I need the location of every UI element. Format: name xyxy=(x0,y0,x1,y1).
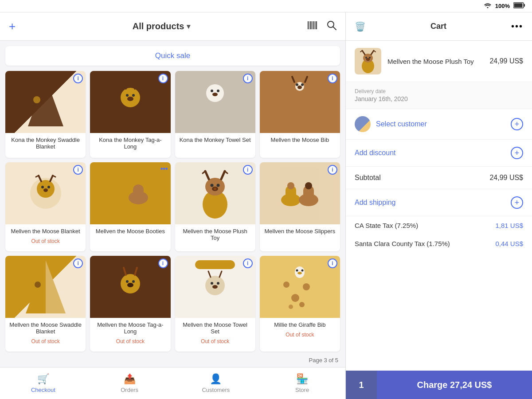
svg-rect-49 xyxy=(133,184,144,199)
svg-point-89 xyxy=(283,282,289,288)
product-name-5: Mellven the Moose Blanket xyxy=(5,224,86,238)
product-name-4: Mellven the Moose Bib xyxy=(260,133,340,147)
product-image-4: i xyxy=(260,71,340,133)
pagination-text: Page 3 of 5 xyxy=(309,357,339,364)
subtotal-row: Subtotal 24,99 US$ xyxy=(346,167,532,189)
product-name-1: Kona the Monkey Swaddle Blanket xyxy=(5,133,86,153)
nav-label-customers: Customers xyxy=(202,387,230,393)
cart-header: 🗑️ Cart ••• xyxy=(346,12,532,41)
add-discount-button[interactable]: + xyxy=(511,147,523,159)
product-info-icon[interactable]: i xyxy=(73,258,83,268)
out-of-stock-label-11: Out of stock xyxy=(175,338,255,347)
svg-point-82 xyxy=(217,282,219,285)
nav-item-orders[interactable]: 📤Orders xyxy=(86,373,173,393)
nav-icon-checkout: 🛒 xyxy=(37,373,49,385)
svg-point-14 xyxy=(33,96,40,103)
add-customer-button[interactable]: + xyxy=(511,118,523,130)
wifi-icon xyxy=(484,2,492,10)
product-card-7[interactable]: iMellven the Moose Plush Toy xyxy=(175,162,255,251)
cart-title: Cart xyxy=(430,22,446,31)
tax-amount-1: 0,44 US$ xyxy=(495,240,523,247)
svg-point-81 xyxy=(211,282,213,285)
product-name-3: Kona the Monkey Towel Set xyxy=(175,133,255,147)
nav-item-checkout[interactable]: 🛒Checkout xyxy=(0,373,86,393)
product-info-icon[interactable]: i xyxy=(158,258,168,268)
svg-rect-79 xyxy=(195,260,235,269)
all-products-dropdown[interactable]: All products ▾ xyxy=(133,21,191,31)
nav-icon-store: 🏪 xyxy=(296,373,308,385)
product-info-icon[interactable]: i xyxy=(328,165,337,175)
product-info-icon[interactable]: i xyxy=(73,165,83,175)
svg-marker-70 xyxy=(46,260,66,313)
product-info-icon[interactable]: i xyxy=(73,74,83,83)
products-grid: iKona the Monkey Swaddle Blanket iKona t… xyxy=(0,71,345,354)
nav-item-store[interactable]: 🏪Store xyxy=(259,373,345,393)
product-image-10: i xyxy=(90,256,170,318)
svg-point-39 xyxy=(47,186,50,188)
add-button[interactable]: + xyxy=(9,20,16,33)
product-image-5: i xyxy=(5,162,86,224)
out-of-stock-label-12: Out of stock xyxy=(260,332,340,340)
product-card-9[interactable]: iMellven the Moose Swaddle BlanketOut of… xyxy=(5,256,86,352)
nav-icon-orders: 📤 xyxy=(124,373,136,385)
add-shipping-button[interactable]: + xyxy=(511,196,523,209)
svg-rect-7 xyxy=(313,21,314,29)
select-customer-row[interactable]: Select customer + xyxy=(346,109,532,140)
svg-point-96 xyxy=(297,272,302,274)
svg-point-26 xyxy=(212,93,218,96)
svg-point-40 xyxy=(43,188,48,192)
svg-rect-1 xyxy=(514,4,523,8)
svg-point-69 xyxy=(35,282,41,288)
svg-point-17 xyxy=(126,94,129,97)
product-info-icon[interactable]: i xyxy=(243,165,253,175)
product-card-11[interactable]: iMellven the Moose Towel SetOut of stock xyxy=(175,256,255,352)
product-more-icon[interactable]: ••• xyxy=(160,165,168,173)
svg-rect-47 xyxy=(117,184,128,199)
charge-section: 1 Charge 27,24 US$ xyxy=(346,371,532,399)
svg-rect-8 xyxy=(315,21,316,29)
product-card-4[interactable]: iMellven the Moose Bib xyxy=(260,71,340,158)
product-card-6[interactable]: •••Mellven the Moose Booties xyxy=(90,162,170,251)
product-card-3[interactable]: iKona the Monkey Towel Set xyxy=(175,71,255,158)
product-info-icon[interactable]: i xyxy=(328,258,337,268)
product-image-7: i xyxy=(175,162,255,224)
product-image-3: i xyxy=(175,71,255,133)
product-info-icon[interactable]: i xyxy=(328,74,337,83)
add-shipping-row[interactable]: Add shipping + xyxy=(346,189,532,216)
search-button[interactable] xyxy=(327,20,336,33)
dropdown-icon: ▾ xyxy=(187,22,190,31)
product-card-12[interactable]: iMillie the Giraffe BibOut of stock xyxy=(260,256,340,352)
cart-delete-button[interactable]: 🗑️ xyxy=(355,21,366,32)
product-card-2[interactable]: iKona the Monkey Tag-a-Long xyxy=(90,71,170,158)
svg-line-33 xyxy=(292,77,294,82)
svg-point-83 xyxy=(212,285,218,289)
svg-line-100 xyxy=(360,51,362,52)
quick-sale-banner[interactable]: Quick sale xyxy=(5,46,340,66)
svg-rect-6 xyxy=(312,21,313,29)
product-card-10[interactable]: iMellven the Moose Tag-a-LongOut of stoc… xyxy=(90,256,170,352)
svg-point-18 xyxy=(132,94,135,97)
barcode-button[interactable] xyxy=(307,21,318,32)
add-discount-row[interactable]: Add discount + xyxy=(346,140,532,167)
product-image-12: i xyxy=(260,256,340,318)
out-of-stock-label-5: Out of stock xyxy=(5,238,86,247)
svg-point-64 xyxy=(287,182,294,189)
svg-rect-2 xyxy=(524,4,525,7)
tax-rows: CA State Tax (7.25%)1,81 US$Santa Clara … xyxy=(346,216,532,253)
quantity-value: 1 xyxy=(359,380,364,390)
svg-point-58 xyxy=(217,184,220,187)
nav-item-customers[interactable]: 👤Customers xyxy=(173,373,259,393)
svg-point-19 xyxy=(127,97,133,101)
tax-amount-0: 1,81 US$ xyxy=(495,222,523,229)
product-info-icon[interactable]: i xyxy=(243,74,253,83)
product-card-8[interactable]: iMellven the Moose Slippers xyxy=(260,162,340,251)
product-info-icon[interactable]: i xyxy=(158,74,168,83)
product-info-icon[interactable]: i xyxy=(243,258,253,268)
cart-more-button[interactable]: ••• xyxy=(511,21,523,31)
charge-button[interactable]: Charge 27,24 US$ xyxy=(377,371,532,399)
product-card-1[interactable]: iKona the Monkey Swaddle Blanket xyxy=(5,71,86,158)
cart-panel: 🗑️ Cart ••• xyxy=(346,12,532,399)
svg-line-34 xyxy=(305,77,307,82)
product-card-5[interactable]: iMellven the Moose BlanketOut of stock xyxy=(5,162,86,251)
svg-point-25 xyxy=(217,90,219,92)
